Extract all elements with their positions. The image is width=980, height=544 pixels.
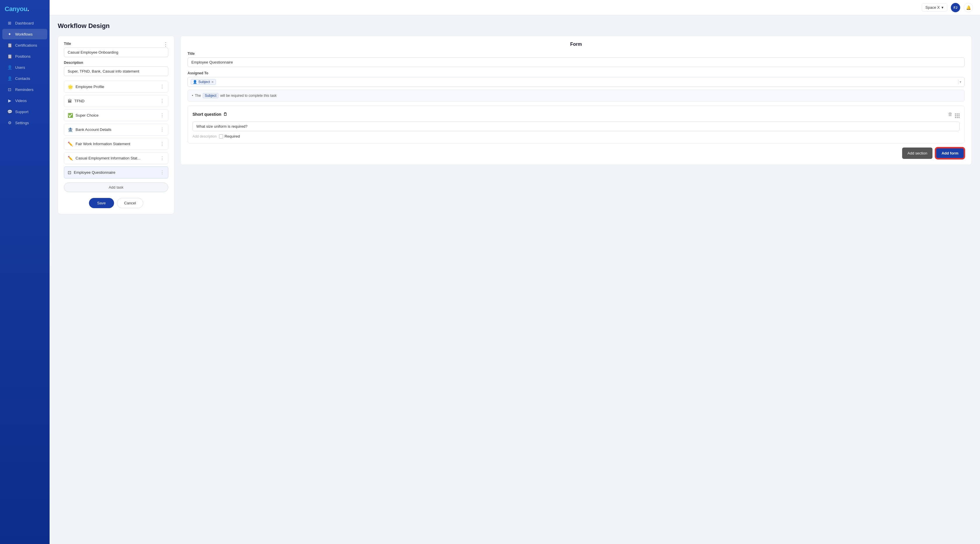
sidebar-item-workflows[interactable]: ✦ Workflows: [2, 29, 47, 40]
dashboard-icon: ⊞: [7, 21, 12, 25]
employee-profile-icon: 🌟: [68, 84, 73, 89]
form-panel-title: Form: [188, 42, 964, 47]
sidebar-item-users[interactable]: 👤 Users: [2, 62, 47, 73]
task-item-employee-profile[interactable]: 🌟 Employee Profile ⋮: [64, 81, 168, 93]
task-menu-button[interactable]: ⋮: [160, 84, 164, 89]
drag-question-button[interactable]: [955, 111, 959, 118]
cancel-button[interactable]: Cancel: [117, 198, 143, 208]
required-checkbox-box[interactable]: [219, 135, 223, 138]
task-menu-button[interactable]: ⋮: [160, 98, 164, 104]
bank-account-icon: 🏦: [68, 127, 73, 132]
contacts-icon: 👤: [7, 76, 12, 81]
space-label: Space X: [926, 5, 940, 10]
subject-note: • The Subject will be required to comple…: [188, 90, 964, 102]
task-menu-button[interactable]: ⋮: [160, 155, 164, 161]
question-footer: Add description Required: [192, 134, 959, 138]
users-icon: 👤: [7, 65, 12, 70]
add-form-button[interactable]: Add form: [935, 147, 964, 159]
sidebar-item-dashboard[interactable]: ⊞ Dashboard: [2, 18, 47, 28]
employee-questionnaire-icon: ⊡: [68, 170, 72, 175]
sidebar-item-videos[interactable]: ▶ Videos: [2, 95, 47, 106]
title-label: Title: [64, 42, 168, 46]
sidebar-item-contacts[interactable]: 👤 Contacts: [2, 73, 47, 84]
avatar[interactable]: FJ: [951, 3, 960, 12]
sidebar-item-positions[interactable]: 📋 Positions: [2, 51, 47, 62]
left-panel: ⋮ Title Description 🌟 Employee Profile ⋮: [58, 36, 174, 214]
task-item-employee-questionnaire[interactable]: ⊡ Employee Questionnaire ⋮: [64, 167, 168, 178]
videos-icon: ▶: [7, 98, 12, 103]
question-title-text: Short question: [192, 112, 221, 117]
save-button[interactable]: Save: [89, 198, 114, 208]
support-icon: 💬: [7, 109, 12, 114]
task-menu-button[interactable]: ⋮: [160, 113, 164, 118]
task-item-casual-employment[interactable]: ✏️ Casual Employment Information Stat...…: [64, 152, 168, 164]
add-task-button[interactable]: Add task: [64, 182, 168, 192]
page-area: Workflow Design ⋮ Title Description 🌟 Em…: [49, 15, 980, 544]
form-title-label: Title: [188, 52, 964, 56]
panel-menu-button[interactable]: ⋮: [163, 42, 168, 47]
task-item-tfnd[interactable]: 🏛 TFND ⋮: [64, 95, 168, 107]
assigned-to-label: Assigned To: [188, 71, 964, 75]
settings-icon: ⚙: [7, 121, 12, 125]
sidebar-item-support[interactable]: 💬 Support: [2, 106, 47, 117]
bullet: •: [192, 94, 193, 98]
notification-bell-icon[interactable]: 🔔: [964, 3, 973, 12]
workflow-title-input[interactable]: [64, 48, 168, 57]
sidebar: Canyou. ⊞ Dashboard ✦ Workflows 📋 Certif…: [0, 0, 49, 544]
sidebar-item-label: Contacts: [15, 76, 30, 81]
chevron-down-icon[interactable]: ▾: [959, 80, 961, 84]
subject-tag-remove[interactable]: ✕: [211, 80, 214, 84]
sidebar-item-label: Certifications: [15, 43, 37, 48]
task-menu-button[interactable]: ⋮: [160, 170, 164, 175]
question-card: Short question 🗒 🗑: [188, 106, 964, 143]
task-label: Employee Profile: [76, 84, 104, 89]
question-title-icon: 🗒: [223, 112, 227, 117]
space-selector[interactable]: Space X ▾: [922, 3, 947, 12]
sidebar-item-settings[interactable]: ⚙ Settings: [2, 117, 47, 128]
task-label: Fair Work Information Statement: [76, 142, 130, 146]
subject-note-suffix: will be required to complete this task: [220, 94, 277, 98]
form-title-input[interactable]: [188, 57, 964, 67]
task-menu-button[interactable]: ⋮: [160, 141, 164, 147]
sidebar-item-label: Users: [15, 65, 25, 70]
positions-icon: 📋: [7, 54, 12, 59]
task-label: Casual Employment Information Stat...: [76, 156, 141, 160]
topbar: Space X ▾ FJ 🔔: [49, 0, 980, 15]
task-menu-button[interactable]: ⋮: [160, 127, 164, 132]
sidebar-item-label: Reminders: [15, 87, 33, 92]
description-label: Description: [64, 61, 168, 65]
add-section-button[interactable]: Add section: [902, 147, 932, 159]
required-label: Required: [224, 134, 240, 138]
task-label: Bank Account Details: [76, 127, 111, 132]
required-checkbox[interactable]: Required: [219, 134, 240, 138]
main-content: Space X ▾ FJ 🔔 Workflow Design ⋮ Title D…: [49, 0, 980, 544]
card-actions: 🗑: [948, 111, 959, 118]
task-item-fair-work[interactable]: ✏️ Fair Work Information Statement ⋮: [64, 138, 168, 150]
subject-tag: 👤 Subject ✕: [191, 79, 216, 85]
sidebar-item-certifications[interactable]: 📋 Certifications: [2, 40, 47, 51]
super-choice-icon: ✅: [68, 113, 73, 118]
task-list: 🌟 Employee Profile ⋮ 🏛 TFND ⋮: [64, 81, 168, 178]
assigned-to-box: 👤 Subject ✕ ▾: [188, 77, 964, 87]
drag-icon: [955, 113, 959, 118]
right-panel: Form Title Assigned To 👤 Subject ✕ ▾: [180, 36, 972, 165]
app-logo: Canyou.: [0, 0, 49, 17]
sidebar-item-label: Settings: [15, 121, 29, 125]
task-item-bank-account[interactable]: 🏦 Bank Account Details ⋮: [64, 124, 168, 136]
task-item-super-choice[interactable]: ✅ Super Choice ⋮: [64, 109, 168, 121]
subject-note-prefix: The: [195, 94, 201, 98]
reminders-icon: ⊡: [7, 87, 12, 92]
bottom-buttons: Save Cancel: [64, 198, 168, 208]
subject-note-pill: Subject: [203, 93, 218, 98]
delete-question-button[interactable]: 🗑: [948, 112, 953, 117]
question-text-input[interactable]: [192, 122, 959, 131]
casual-employment-icon: ✏️: [68, 156, 73, 161]
page-title: Workflow Design: [58, 22, 972, 30]
certifications-icon: 📋: [7, 43, 12, 48]
question-card-header: Short question 🗒 🗑: [192, 111, 959, 118]
question-card-title: Short question 🗒: [192, 112, 227, 117]
task-label: Super Choice: [76, 113, 99, 117]
sidebar-item-reminders[interactable]: ⊡ Reminders: [2, 84, 47, 95]
task-label: TFND: [75, 99, 84, 103]
workflow-description-input[interactable]: [64, 67, 168, 76]
